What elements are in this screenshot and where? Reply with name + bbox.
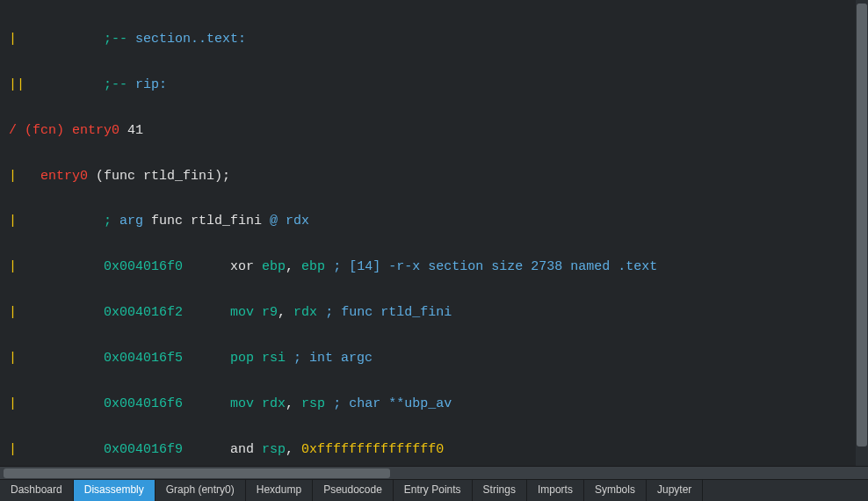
- code-line: | ; arg func rtld_fini @ rdx: [9, 210, 859, 233]
- code-line: | 0x004016f5 pop rsi ; int argc: [9, 347, 859, 370]
- tab-bar: Dashboard Disassembly Graph (entry0) Hex…: [0, 479, 868, 501]
- tab-symbols[interactable]: Symbols: [584, 480, 647, 501]
- code-line: | entry0 (func rtld_fini);: [9, 165, 859, 188]
- code-line: | 0x004016f0 xor ebp, ebp ; [14] -r-x se…: [9, 256, 859, 279]
- horizontal-scrollbar-thumb[interactable]: [4, 468, 390, 478]
- tab-disassembly[interactable]: Disassembly: [74, 480, 156, 501]
- horizontal-scrollbar[interactable]: [0, 466, 868, 479]
- vertical-scrollbar-thumb[interactable]: [857, 4, 867, 447]
- code-line: | 0x004016f9 and rsp, 0xfffffffffffffff0: [9, 439, 859, 461]
- code-line: || ;-- rip:: [9, 74, 859, 97]
- code-line: / (fcn) entry0 41: [9, 120, 859, 142]
- tab-hexdump[interactable]: Hexdump: [246, 480, 313, 501]
- tab-graph[interactable]: Graph (entry0): [156, 480, 246, 501]
- tab-jupyter[interactable]: Jupyter: [647, 480, 703, 501]
- tab-strings[interactable]: Strings: [473, 480, 527, 501]
- tab-entrypoints[interactable]: Entry Points: [394, 480, 473, 501]
- code-line: | ;-- section..text:: [9, 28, 859, 51]
- tab-imports[interactable]: Imports: [527, 480, 584, 501]
- vertical-scrollbar[interactable]: [856, 0, 868, 475]
- tab-pseudocode[interactable]: Pseudocode: [313, 480, 394, 501]
- tab-dashboard[interactable]: Dashboard: [0, 480, 74, 501]
- disassembly-view[interactable]: | ;-- section..text: || ;-- rip: / (fcn)…: [0, 0, 868, 466]
- code-line: | 0x004016f2 mov r9, rdx ; func rtld_fin…: [9, 301, 859, 324]
- code-line: | 0x004016f6 mov rdx, rsp ; char **ubp_a…: [9, 393, 859, 416]
